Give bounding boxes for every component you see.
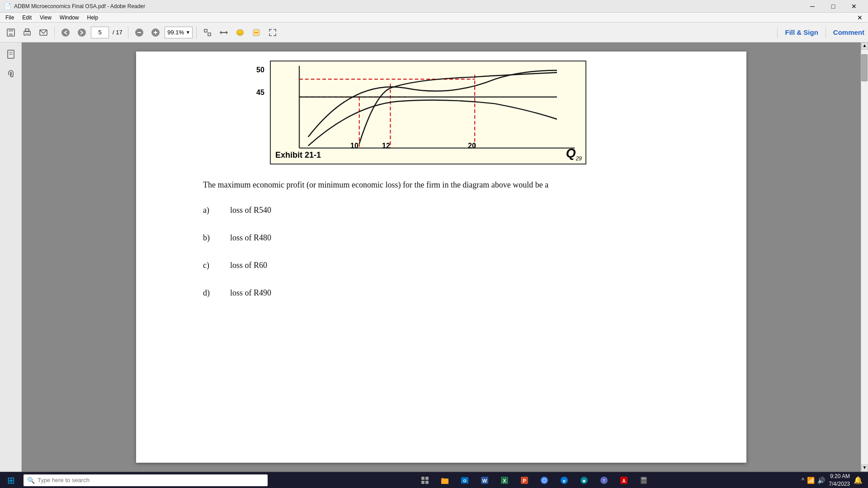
fit-width-button[interactable] [217, 25, 231, 40]
system-icons: ^ 📶 🔊 [802, 477, 826, 484]
menu-close-x[interactable]: ✕ [854, 14, 866, 21]
svg-point-60 [643, 481, 644, 482]
taskbar-search[interactable]: 🔍 [24, 474, 268, 486]
comment-panel-button[interactable]: Comment [833, 28, 864, 36]
taskbar-system-tray: ^ 📶 🔊 9:20 AM 7/4/2023 🔔 [802, 473, 868, 488]
document-area[interactable]: 50 45 [22, 42, 861, 472]
menu-edit[interactable]: Edit [19, 14, 35, 22]
svg-text:W: W [482, 478, 487, 483]
menu-bar: File Edit View Window Help ✕ [0, 13, 868, 23]
zoom-dropdown-arrow[interactable]: ▼ [186, 30, 190, 35]
email-button[interactable] [36, 25, 51, 40]
zoom-in-button[interactable] [148, 25, 163, 40]
chart-container: 50 45 [270, 61, 586, 164]
answer-c: c) loss of R60 [203, 261, 679, 270]
taskbar-other1[interactable]: ◉ [575, 472, 593, 488]
option-text-a: loss of R540 [230, 206, 271, 215]
question-area: The maximum economic profit (or minimum … [136, 164, 746, 201]
volume-icon[interactable]: 🔊 [817, 477, 825, 484]
fill-sign-button[interactable]: Fill & Sign [785, 28, 818, 36]
taskbar-edge[interactable]: e [555, 472, 573, 488]
taskbar-other2[interactable]: T [595, 472, 613, 488]
taskbar-calculator[interactable] [635, 472, 653, 488]
print-button[interactable] [20, 25, 34, 40]
search-input[interactable] [38, 477, 264, 483]
close-button[interactable]: ✕ [844, 0, 864, 13]
menu-view[interactable]: View [36, 14, 55, 22]
x-label-20: 20 [468, 142, 476, 150]
svg-point-8 [78, 28, 86, 37]
svg-rect-37 [441, 479, 448, 484]
svg-point-7 [61, 28, 70, 37]
zoom-out-button[interactable] [132, 25, 146, 40]
taskbar-apps: O W X P e ◉ T A [268, 472, 802, 488]
y-label-50: 50 [256, 66, 264, 74]
notification-button[interactable]: 🔔 [854, 476, 863, 484]
maximize-button[interactable]: □ [823, 0, 844, 13]
svg-text:P: P [523, 478, 526, 483]
taskbar-file-explorer[interactable] [436, 472, 454, 488]
answer-a: a) loss of R540 [203, 206, 679, 215]
markup-button[interactable] [249, 25, 264, 40]
menu-help[interactable]: Help [84, 14, 102, 22]
zoom-selector[interactable]: 99.1% ▼ [165, 27, 193, 38]
svg-rect-15 [208, 33, 211, 36]
option-letter-d: d) [203, 288, 230, 298]
pdf-page: 50 45 [136, 52, 746, 463]
page-number-input[interactable]: 5 [91, 27, 109, 38]
svg-point-61 [645, 481, 646, 482]
svg-point-59 [642, 481, 643, 482]
right-scrollbar[interactable]: ▲ ▼ [861, 42, 868, 472]
comment-tool-button[interactable]: ... [233, 25, 247, 40]
q-label: Q29 [566, 146, 582, 162]
question-text: The maximum economic profit (or minimum … [203, 178, 679, 192]
taskbar-excel[interactable]: X [495, 472, 514, 488]
windows-logo-icon: ⊞ [7, 475, 15, 486]
menu-file[interactable]: File [2, 14, 18, 22]
svg-point-64 [645, 482, 646, 483]
chevron-up-icon[interactable]: ^ [802, 477, 805, 484]
scroll-track[interactable] [861, 50, 868, 465]
x-label-10: 10 [350, 142, 359, 150]
save-button[interactable] [4, 25, 18, 40]
clock[interactable]: 9:20 AM 7/4/2023 [829, 473, 850, 488]
next-page-button[interactable] [75, 25, 89, 40]
taskbar-powerpoint[interactable]: P [515, 472, 533, 488]
taskbar-acrobat[interactable]: A [615, 472, 633, 488]
taskbar-outlook[interactable]: O [456, 472, 474, 488]
sidebar-pages-icon[interactable] [3, 46, 19, 62]
time: 9:20 AM [829, 473, 850, 480]
scroll-thumb[interactable] [861, 54, 868, 81]
answer-b: b) loss of R480 [203, 233, 679, 243]
minimize-button[interactable]: ─ [802, 0, 823, 13]
prev-page-button[interactable] [58, 25, 73, 40]
svg-rect-1 [9, 29, 13, 32]
fullscreen-button[interactable] [265, 25, 280, 40]
option-letter-a: a) [203, 206, 230, 215]
left-sidebar [0, 42, 22, 472]
taskbar-chrome[interactable] [535, 472, 553, 488]
task-view-button[interactable] [416, 472, 434, 488]
window-title: ADBM Microeconomics Final OSA.pdf - Adob… [14, 3, 145, 9]
scroll-down-button[interactable]: ▼ [861, 465, 868, 472]
svg-point-48 [543, 479, 546, 482]
option-letter-b: b) [203, 233, 230, 243]
svg-text:O: O [463, 479, 467, 483]
menu-window[interactable]: Window [56, 14, 83, 22]
answer-options: a) loss of R540 b) loss of R480 c) loss … [136, 201, 746, 320]
page-total: / 17 [113, 29, 123, 36]
svg-point-62 [642, 482, 643, 483]
taskbar: ⊞ 🔍 O W X P e ◉ [0, 472, 868, 488]
sidebar-attachments-icon[interactable] [3, 66, 19, 82]
option-letter-c: c) [203, 261, 230, 270]
network-icon[interactable]: 📶 [807, 477, 815, 484]
svg-text:e: e [563, 478, 566, 483]
title-bar: 📄 ADBM Microeconomics Final OSA.pdf - Ad… [0, 0, 868, 13]
option-text-c: loss of R60 [230, 261, 267, 270]
start-button[interactable]: ⊞ [0, 472, 22, 488]
taskbar-word[interactable]: W [476, 472, 494, 488]
scroll-up-button[interactable]: ▲ [861, 42, 868, 50]
svg-rect-2 [9, 33, 13, 36]
fit-page-button[interactable] [200, 25, 215, 40]
svg-rect-33 [421, 477, 425, 480]
